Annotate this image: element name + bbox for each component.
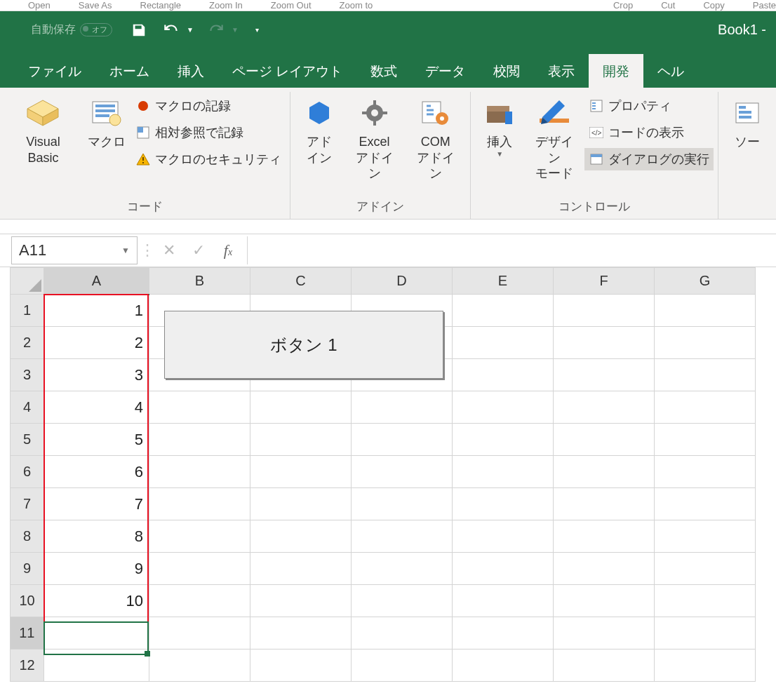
row-header-8[interactable]: 8 bbox=[11, 520, 44, 553]
cell-D7[interactable] bbox=[352, 488, 453, 520]
cell-F9[interactable] bbox=[554, 553, 655, 585]
tab-file[interactable]: ファイル bbox=[14, 54, 95, 88]
cell-B11[interactable] bbox=[149, 617, 250, 649]
cell-D11[interactable] bbox=[352, 617, 453, 649]
cell-D9[interactable] bbox=[352, 553, 453, 585]
cell-F5[interactable] bbox=[554, 424, 655, 456]
row-header-5[interactable]: 5 bbox=[11, 424, 44, 456]
source-button[interactable]: ソー bbox=[723, 92, 772, 152]
cell-C9[interactable] bbox=[250, 553, 352, 585]
cell-B9[interactable] bbox=[149, 553, 250, 585]
cell-A9[interactable]: 9 bbox=[44, 553, 149, 585]
cell-C12[interactable] bbox=[250, 649, 352, 682]
undo-icon[interactable] bbox=[161, 20, 181, 40]
cell-F12[interactable] bbox=[554, 649, 655, 682]
cell-E4[interactable] bbox=[453, 391, 554, 424]
cell-G4[interactable] bbox=[655, 391, 756, 424]
cell-C7[interactable] bbox=[250, 488, 352, 520]
tab-insert[interactable]: 挿入 bbox=[163, 54, 218, 88]
cell-A3[interactable]: 3 bbox=[44, 359, 149, 391]
row-header-11[interactable]: 11 bbox=[11, 617, 44, 649]
addins-button[interactable]: アド イン bbox=[295, 92, 344, 167]
cell-A5[interactable]: 5 bbox=[44, 424, 149, 456]
cell-E11[interactable] bbox=[453, 617, 554, 649]
excel-addins-button[interactable]: Excel アドイン bbox=[344, 92, 405, 183]
tab-home[interactable]: ホーム bbox=[95, 54, 163, 88]
cell-B7[interactable] bbox=[149, 488, 250, 520]
name-box[interactable]: A11 ▼ bbox=[11, 236, 138, 264]
col-header-E[interactable]: E bbox=[453, 268, 554, 295]
cell-G3[interactable] bbox=[655, 359, 756, 391]
cell-G8[interactable] bbox=[655, 520, 756, 553]
cell-E6[interactable] bbox=[453, 456, 554, 488]
cell-F6[interactable] bbox=[554, 456, 655, 488]
cell-F2[interactable] bbox=[554, 327, 655, 359]
cell-F4[interactable] bbox=[554, 391, 655, 424]
cell-D10[interactable] bbox=[352, 585, 453, 617]
cell-B4[interactable] bbox=[149, 391, 250, 424]
name-box-dropdown-icon[interactable]: ▼ bbox=[121, 245, 130, 255]
cell-A6[interactable]: 6 bbox=[44, 456, 149, 488]
macros-button[interactable]: マクロ bbox=[82, 92, 131, 152]
cell-G2[interactable] bbox=[655, 327, 756, 359]
visual-basic-button[interactable]: Visual Basic bbox=[4, 92, 82, 167]
select-all-corner[interactable] bbox=[11, 268, 44, 295]
run-dialog-button[interactable]: ダイアログの実行 bbox=[584, 148, 714, 170]
insert-control-button[interactable]: 挿入 ▼ bbox=[475, 92, 524, 160]
design-mode-button[interactable]: デザイン モード bbox=[524, 92, 584, 183]
cell-C6[interactable] bbox=[250, 456, 352, 488]
row-header-1[interactable]: 1 bbox=[11, 295, 44, 327]
cell-A8[interactable]: 8 bbox=[44, 520, 149, 553]
com-addins-button[interactable]: COM アドイン bbox=[405, 92, 466, 183]
fx-icon[interactable]: fx bbox=[213, 236, 243, 264]
cell-G9[interactable] bbox=[655, 553, 756, 585]
cell-F7[interactable] bbox=[554, 488, 655, 520]
cell-G7[interactable] bbox=[655, 488, 756, 520]
cell-G11[interactable] bbox=[655, 617, 756, 649]
col-header-C[interactable]: C bbox=[250, 268, 352, 295]
tab-view[interactable]: 表示 bbox=[534, 54, 589, 88]
col-header-A[interactable]: A bbox=[44, 268, 149, 295]
cell-E9[interactable] bbox=[453, 553, 554, 585]
cell-D12[interactable] bbox=[352, 649, 453, 682]
cell-G6[interactable] bbox=[655, 456, 756, 488]
tab-review[interactable]: 校閲 bbox=[479, 54, 534, 88]
cell-F8[interactable] bbox=[554, 520, 655, 553]
col-header-G[interactable]: G bbox=[655, 268, 756, 295]
cell-B10[interactable] bbox=[149, 585, 250, 617]
cell-F3[interactable] bbox=[554, 359, 655, 391]
cell-C5[interactable] bbox=[250, 424, 352, 456]
cell-G12[interactable] bbox=[655, 649, 756, 682]
cell-C8[interactable] bbox=[250, 520, 352, 553]
cell-B12[interactable] bbox=[149, 649, 250, 682]
cell-G10[interactable] bbox=[655, 585, 756, 617]
row-header-9[interactable]: 9 bbox=[11, 553, 44, 585]
tab-help[interactable]: ヘル bbox=[643, 54, 698, 88]
cell-D8[interactable] bbox=[352, 520, 453, 553]
cell-B5[interactable] bbox=[149, 424, 250, 456]
cell-E10[interactable] bbox=[453, 585, 554, 617]
cell-C4[interactable] bbox=[250, 391, 352, 424]
cell-A4[interactable]: 4 bbox=[44, 391, 149, 424]
undo-dropdown-icon[interactable]: ▼ bbox=[187, 26, 194, 34]
formula-input[interactable] bbox=[247, 236, 776, 264]
cell-E12[interactable] bbox=[453, 649, 554, 682]
tab-data[interactable]: データ bbox=[411, 54, 479, 88]
cell-G5[interactable] bbox=[655, 424, 756, 456]
cell-E1[interactable] bbox=[453, 295, 554, 327]
col-header-B[interactable]: B bbox=[149, 268, 250, 295]
cell-A1[interactable]: 1 bbox=[44, 295, 149, 327]
row-header-2[interactable]: 2 bbox=[11, 327, 44, 359]
cell-A11[interactable] bbox=[44, 617, 149, 649]
cell-A7[interactable]: 7 bbox=[44, 488, 149, 520]
cell-B8[interactable] bbox=[149, 520, 250, 553]
cell-F1[interactable] bbox=[554, 295, 655, 327]
row-header-10[interactable]: 10 bbox=[11, 585, 44, 617]
tab-developer[interactable]: 開発 bbox=[589, 54, 643, 88]
cell-D5[interactable] bbox=[352, 424, 453, 456]
autosave-toggle[interactable]: 自動保存 オフ bbox=[31, 22, 112, 37]
cell-E5[interactable] bbox=[453, 424, 554, 456]
cell-F10[interactable] bbox=[554, 585, 655, 617]
cell-E7[interactable] bbox=[453, 488, 554, 520]
row-header-3[interactable]: 3 bbox=[11, 359, 44, 391]
